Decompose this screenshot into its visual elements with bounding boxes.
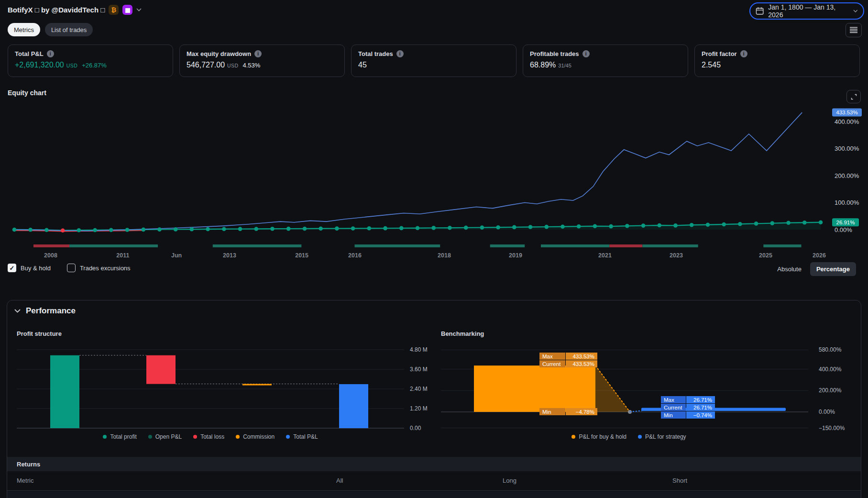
info-icon[interactable]: i (47, 50, 54, 57)
strategy-marker (673, 223, 678, 228)
calendar-badge-icon[interactable]: ▦ (122, 5, 132, 15)
legend-dot-icon (571, 435, 575, 439)
tab-list-of-trades[interactable]: List of trades (45, 23, 93, 36)
trade-span-bar (213, 244, 302, 247)
equity-y-tick: 300.00% (835, 145, 859, 152)
strategy-marker (786, 221, 791, 225)
benchmarking-legend: P&L for buy & holdP&L for strategy (440, 433, 818, 440)
metric-cards-row: Total P&Li+2,691,320.00USD+26.87%Max equ… (8, 44, 860, 77)
profit-y-tick: 0.00 (410, 425, 421, 432)
strategy-marker (448, 226, 452, 230)
metric-sub: 4.53% (242, 62, 260, 69)
legend-label: P&L for strategy (645, 433, 686, 440)
checkbox-unchecked-icon[interactable] (67, 264, 76, 272)
strategy-tester-panel: BotifyX □ by @DaviddTech □ ₿ ▦ MetricsLi… (0, 0, 868, 498)
layout-menu-button[interactable] (846, 23, 862, 37)
strategy-marker (416, 226, 420, 230)
strategy-marker (44, 228, 49, 232)
strategy-marker (560, 224, 565, 229)
legend-label: Open P&L (155, 433, 182, 440)
strategy-marker (206, 227, 210, 232)
profit-structure-chart: 4.80 M3.60 M2.40 M1.20 M0.00 (0, 330, 435, 440)
chevron-down-icon[interactable] (136, 8, 142, 11)
tab-metrics[interactable]: Metrics (8, 23, 40, 36)
strategy-marker (28, 228, 33, 232)
strategy-marker (819, 221, 823, 225)
strategy-marker (319, 227, 323, 231)
equity-y-tick: 200.00% (835, 172, 859, 179)
legend-dot-icon (103, 435, 107, 439)
equity-y-tick: 0.00% (835, 226, 852, 233)
equity-x-tick: 2026 (813, 252, 826, 259)
equity-x-tick: 2015 (295, 252, 308, 259)
metric-value-row: 45 (358, 61, 509, 69)
metric-sub: +26.87% (82, 62, 107, 69)
view-tabs: MetricsList of trades (8, 23, 93, 36)
tooltip-label: Max (542, 354, 553, 359)
strategy-marker (286, 227, 291, 231)
legend-dot-icon (236, 435, 240, 439)
metric-value-row: +2,691,320.00USD+26.87% (15, 61, 166, 69)
metric-label: Total P&L (15, 50, 44, 57)
strategy-marker (174, 227, 178, 232)
chevron-down-icon (853, 10, 858, 12)
benchmarking-chart: 580.00%400.00%200.00%0.00%−150.00%Max433… (440, 330, 868, 440)
tooltip-value: −4.78% (576, 409, 594, 415)
legend-item: P&L for strategy (638, 433, 686, 440)
trade-span-bar (541, 244, 609, 247)
profit-y-tick: 2.40 M (410, 386, 428, 392)
waterfall-bar (146, 355, 176, 384)
metric-card: Total tradesi45 (351, 44, 516, 77)
tooltip-value: −0.74% (693, 412, 712, 418)
legend-item: Total profit (103, 433, 136, 440)
info-icon[interactable]: i (582, 50, 590, 57)
strategy-marker (690, 223, 694, 227)
date-range-label: Jan 1, 1800 — Jan 13, 2026 (768, 3, 849, 19)
bench-y-tick: 580.00% (819, 346, 842, 353)
metric-value: 546,727.00 (187, 61, 225, 69)
metric-value-row: 546,727.00USD4.53% (187, 61, 338, 69)
metric-value: 45 (358, 61, 367, 69)
trade-span-bar (355, 244, 440, 247)
equity-x-tick: Jun (171, 252, 182, 259)
strategy-marker (109, 228, 113, 232)
percentage-toggle[interactable]: Percentage (810, 262, 856, 276)
legend-label: Total profit (110, 433, 136, 440)
tooltip-label: Current (542, 361, 561, 367)
buy-hold-area-fade (595, 365, 630, 412)
legend-label: Total P&L (293, 433, 318, 440)
metric-label-row: Profitable tradesi (530, 50, 681, 57)
buy-hold-checkbox[interactable]: ✓ Buy & hold (8, 264, 51, 272)
profit-y-tick: 4.80 M (410, 346, 428, 353)
strategy-marker (77, 228, 81, 232)
metric-label-row: Profit factori (702, 50, 853, 57)
equity-x-tick: 2019 (509, 252, 522, 259)
bench-y-tick: 0.00% (819, 409, 835, 415)
trade-span-bar (33, 244, 69, 247)
strategy-marker (545, 225, 549, 229)
trades-excursions-label: Trades excursions (80, 265, 131, 272)
strategy-marker (512, 225, 516, 230)
strategy-marker (238, 227, 242, 231)
returns-section-header[interactable]: Returns (7, 457, 861, 471)
performance-header[interactable]: Performance (14, 306, 76, 316)
metric-label: Profitable trades (530, 50, 579, 57)
absolute-toggle[interactable]: Absolute (777, 266, 802, 273)
info-icon[interactable]: i (740, 50, 747, 57)
metric-label-row: Total tradesi (358, 50, 509, 57)
date-range-picker[interactable]: Jan 1, 1800 — Jan 13, 2026 (749, 2, 864, 20)
legend-item: Open P&L (148, 433, 182, 440)
info-icon[interactable]: i (396, 50, 404, 57)
legend-dot-icon (148, 435, 152, 439)
rows-icon (850, 27, 857, 33)
info-icon[interactable]: i (254, 50, 262, 57)
profit-structure-legend: Total profitOpen P&LTotal lossCommission… (17, 433, 404, 440)
bitcoin-badge-icon[interactable]: ₿ (109, 5, 119, 15)
trades-excursions-checkbox[interactable]: Trades excursions (67, 264, 131, 272)
strategy-marker (738, 222, 742, 226)
equity-x-tick: 2023 (670, 252, 683, 259)
equity-x-tick: 2013 (223, 252, 236, 259)
equity-x-tick: 2021 (598, 252, 612, 259)
checkbox-checked-icon[interactable]: ✓ (8, 264, 16, 272)
strategy-marker (399, 226, 404, 231)
